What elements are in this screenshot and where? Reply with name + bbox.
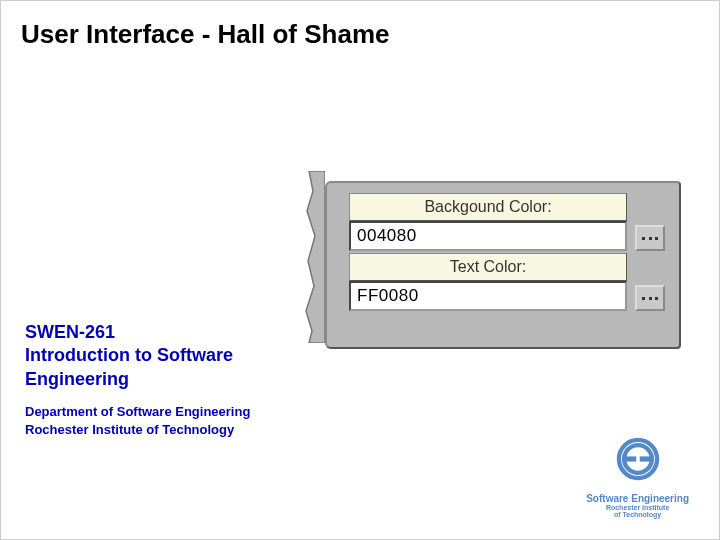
course-name: Introduction to Software Engineering bbox=[25, 344, 285, 391]
background-color-input[interactable]: 004080 bbox=[349, 221, 627, 251]
svg-rect-2 bbox=[639, 456, 653, 461]
text-color-browse-button[interactable] bbox=[635, 285, 665, 311]
text-color-input[interactable]: FF0080 bbox=[349, 281, 627, 311]
logo-text-sub1: Rochester Institute bbox=[586, 504, 689, 512]
ellipsis-icon bbox=[642, 236, 658, 240]
page-title: User Interface - Hall of Shame bbox=[1, 1, 719, 68]
se-logo: Software Engineering Rochester Institute… bbox=[586, 433, 689, 519]
text-color-label: Text Color: bbox=[349, 253, 627, 281]
department-line1: Department of Software Engineering bbox=[25, 403, 285, 421]
background-color-label: Backgound Color: bbox=[349, 193, 627, 221]
se-logo-icon bbox=[612, 433, 664, 485]
logo-text-sub2: of Technology bbox=[586, 511, 689, 519]
department-line2: Rochester Institute of Technology bbox=[25, 421, 285, 439]
ellipsis-icon bbox=[642, 296, 658, 300]
logo-text-main: Software Engineering bbox=[586, 493, 689, 504]
color-settings-panel: Backgound Color: 004080 Text Color: FF00… bbox=[325, 181, 681, 349]
svg-rect-1 bbox=[622, 456, 636, 461]
torn-edge-decoration bbox=[303, 171, 325, 343]
course-info: SWEN-261 Introduction to Software Engine… bbox=[25, 321, 285, 440]
background-color-browse-button[interactable] bbox=[635, 225, 665, 251]
course-code: SWEN-261 bbox=[25, 321, 285, 344]
